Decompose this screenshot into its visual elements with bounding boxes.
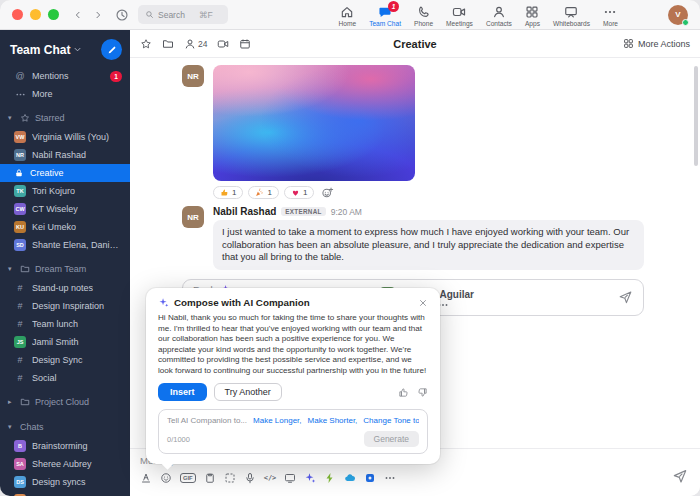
online-status-dot — [682, 19, 689, 26]
reaction-party[interactable]: 1 — [248, 186, 278, 199]
members-button[interactable]: 24 — [184, 38, 207, 50]
grid-icon — [623, 38, 634, 49]
sidebar-item-ct-wiseley[interactable]: CW CT Wiseley — [0, 200, 130, 218]
suggestion-change-tone[interactable]: Change Tone to... — [363, 416, 419, 425]
nav-apps[interactable]: Apps — [519, 3, 546, 27]
scrollbar[interactable] — [694, 66, 698, 166]
folder-icon[interactable] — [162, 38, 174, 50]
insert-button[interactable]: Insert — [158, 383, 207, 401]
more-dots-icon[interactable] — [384, 472, 396, 484]
sidebar-item-jamil-smith[interactable]: JS Jamil Smith — [0, 333, 130, 351]
sidebar-item-shante-daniel[interactable]: SD Shante Elena, Daniel Bow... — [0, 236, 130, 254]
avatar[interactable]: NR — [182, 206, 204, 228]
channel-header: 24 Creative More Actions — [130, 30, 700, 58]
sidebar-item-social[interactable]: # Social — [0, 369, 130, 387]
nav-home[interactable]: Home — [333, 3, 363, 27]
sidebar-section-dream-team[interactable]: ▾ Dream Team — [0, 259, 130, 279]
star-icon — [20, 113, 30, 123]
compose-button[interactable] — [101, 39, 122, 60]
phone-icon — [417, 5, 431, 19]
reaction-thumbs-up[interactable]: 1 — [213, 186, 243, 199]
sidebar-item-tori-kojuro[interactable]: TK Tori Kojuro — [0, 182, 130, 200]
sidebar-section-chats[interactable]: ▾ Chats — [0, 417, 130, 437]
sidebar-item-design-syncs[interactable]: DS Design syncs — [0, 473, 130, 491]
avatar: KU — [14, 221, 26, 233]
sidebar-item-mentions[interactable]: @ Mentions 1 — [0, 67, 130, 85]
format-icon[interactable] — [140, 472, 152, 484]
reactions-row: 1 1 1 — [213, 186, 644, 199]
mic-icon[interactable] — [244, 472, 256, 484]
sidebar-item-virginia-willis[interactable]: VW Virginia Willis (You) — [0, 128, 130, 146]
forward-button[interactable] — [89, 6, 106, 23]
cloud-app-icon[interactable] — [344, 472, 356, 484]
ai-prompt-input[interactable]: Tell AI Companion to... Make Longer, Mak… — [158, 409, 428, 454]
suggestion-make-longer[interactable]: Make Longer, — [253, 416, 301, 425]
search-icon — [145, 10, 154, 19]
reaction-heart[interactable]: 1 — [284, 186, 314, 199]
sidebar-item-team-lunch[interactable]: # Team lunch — [0, 315, 130, 333]
suggestion-make-shorter[interactable]: Make Shorter, — [308, 416, 358, 425]
avatar: TK — [14, 185, 26, 197]
screen-share-icon[interactable] — [284, 472, 296, 484]
sidebar-item-brainstorming[interactable]: B Brainstorming — [0, 437, 130, 455]
sidebar-item-creative[interactable]: Creative — [0, 164, 130, 182]
send-button[interactable] — [618, 290, 633, 305]
sidebar-item-nabil-rashad[interactable]: NR Nabil Rashad — [0, 146, 130, 164]
sidebar-title[interactable]: Team Chat — [10, 43, 70, 57]
avatar[interactable]: NR — [182, 65, 204, 87]
close-window-button[interactable] — [12, 9, 23, 20]
user-avatar[interactable]: V — [668, 5, 688, 25]
sidebar-item-stand-up-notes[interactable]: # Stand-up notes — [0, 279, 130, 297]
channel-hash-icon: # — [14, 301, 26, 311]
screenshot-icon[interactable] — [224, 472, 236, 484]
sidebar-item-sheree-aubrey[interactable]: SA Sheree Aubrey — [0, 455, 130, 473]
nav-phone[interactable]: Phone — [408, 3, 439, 27]
back-button[interactable] — [69, 6, 86, 23]
try-another-button[interactable]: Try Another — [214, 383, 282, 401]
nav-contacts[interactable]: Contacts — [480, 3, 518, 27]
calendar-icon[interactable] — [239, 38, 251, 50]
external-badge: EXTERNAL — [281, 207, 325, 216]
nav-whiteboards[interactable]: Whiteboards — [547, 3, 596, 27]
sidebar-section-project-cloud[interactable]: ▸ Project Cloud — [0, 392, 130, 412]
history-icon[interactable] — [115, 8, 129, 22]
search-input[interactable]: Search ⌘F — [138, 5, 228, 24]
star-icon[interactable] — [140, 38, 152, 50]
nav-team-chat[interactable]: 1 Team Chat — [363, 3, 407, 27]
more-actions-button[interactable]: More Actions — [623, 38, 690, 49]
nav-meetings[interactable]: Meetings — [440, 3, 479, 27]
nav-more[interactable]: More — [597, 3, 624, 27]
sidebar-item-design-inspiration[interactable]: # Design Inspiration — [0, 297, 130, 315]
thumbs-down-button[interactable] — [417, 387, 428, 398]
add-reaction-button[interactable] — [321, 186, 334, 199]
chevron-collapsed-icon: ▸ — [8, 398, 15, 406]
sidebar-item-kei-umeko[interactable]: KU Kei Umeko — [0, 218, 130, 236]
sidebar-item-ada-nguyen[interactable]: AN Ada Nguyen — [0, 491, 130, 496]
zoom-window-button[interactable] — [48, 9, 59, 20]
search-shortcut: ⌘F — [199, 10, 213, 20]
ai-companion-icon[interactable] — [304, 472, 316, 484]
chevron-down-icon[interactable] — [73, 45, 82, 54]
unread-badge: 1 — [388, 1, 399, 12]
avatar: SD — [14, 239, 26, 251]
thumbs-up-button[interactable] — [398, 387, 409, 398]
close-icon[interactable] — [418, 298, 428, 308]
gif-icon[interactable]: GIF — [180, 473, 196, 483]
member-count: 24 — [198, 39, 207, 49]
zap-app-icon[interactable] — [324, 472, 336, 484]
author-name[interactable]: Nabil Rashad — [213, 206, 276, 217]
code-icon[interactable]: </> — [264, 474, 277, 482]
sidebar-item-more[interactable]: More — [0, 85, 130, 103]
shared-wallpaper-image[interactable] — [213, 65, 415, 181]
clipboard-icon[interactable] — [204, 472, 216, 484]
send-button[interactable] — [672, 468, 688, 484]
folder-icon — [20, 397, 30, 407]
video-icon[interactable] — [217, 38, 229, 50]
box-app-icon[interactable] — [364, 472, 376, 484]
sidebar-section-starred[interactable]: ▾ Starred — [0, 108, 130, 128]
minimize-window-button[interactable] — [30, 9, 41, 20]
party-icon — [255, 188, 264, 197]
sidebar-item-design-sync[interactable]: # Design Sync — [0, 351, 130, 369]
emoji-icon[interactable] — [160, 472, 172, 484]
generate-button[interactable]: Generate — [364, 431, 419, 447]
